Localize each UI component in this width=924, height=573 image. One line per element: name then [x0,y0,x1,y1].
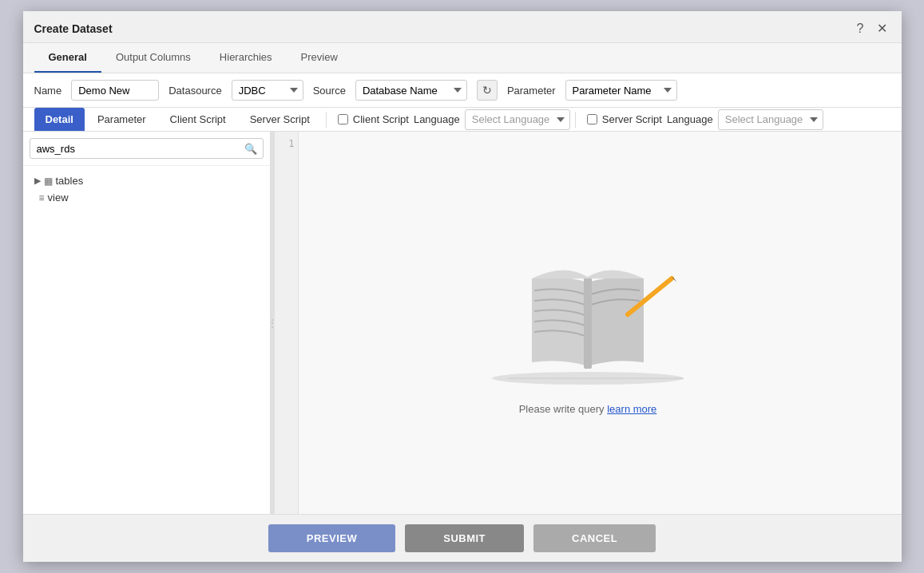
tree-item-view-label: view [48,192,69,204]
line-numbers: 1 [275,132,299,514]
dialog-title: Create Dataset [34,22,113,35]
server-script-checkbox[interactable] [587,114,597,124]
help-button[interactable]: ? [854,20,867,38]
main-content: 🔍 ▶ ▦ tables ≡ view 1 [23,132,902,514]
title-icons: ? ✕ [854,19,890,38]
cancel-button[interactable]: CANCEL [533,524,656,552]
chevron-right-icon: ▶ [34,176,41,186]
tab-general[interactable]: General [34,43,101,73]
subtabs-row: Detail Parameter Client Script Server Sc… [23,108,902,132]
server-language-select[interactable]: Select Language JavaScript Python [718,109,823,130]
close-button[interactable]: ✕ [874,19,890,38]
name-input[interactable] [71,80,159,101]
separator-2 [575,112,576,128]
name-label: Name [34,85,62,97]
parameter-label: Parameter [507,85,556,97]
client-language-label: Language [414,113,460,125]
tab-hierarchies[interactable]: Hierarchies [205,43,287,73]
table-icon: ▦ [44,176,53,187]
server-script-options: Server Script Language Select Language J… [587,109,823,130]
client-language-select[interactable]: Select Language JavaScript Python [465,109,570,130]
server-language-label: Language [667,113,713,125]
learn-more-link[interactable]: learn more [607,403,656,415]
tree-item-view[interactable]: ≡ view [31,189,262,206]
toolbar-row: Name Datasource JDBC Source Database Nam… [23,73,902,108]
line-number-1: 1 [288,138,294,149]
subtab-client-script[interactable]: Client Script [159,108,237,131]
dialog-footer: PREVIEW SUBMIT CANCEL [23,514,902,562]
query-hint: Please write query learn more [519,403,657,415]
subtab-server-script[interactable]: Server Script [239,108,321,131]
source-select[interactable]: Database Name [355,80,467,101]
parameter-select[interactable]: Parameter Name [565,80,677,101]
hint-text: Please write query [519,403,608,415]
submit-button[interactable]: SUBMIT [405,524,524,552]
view-icon: ≡ [39,192,45,204]
titlebar: Create Dataset ? ✕ [23,11,902,43]
create-dataset-dialog: Create Dataset ? ✕ General Output Column… [23,11,902,562]
search-icon: 🔍 [244,143,257,155]
illustration-area: Please write query learn more [460,231,716,415]
preview-button[interactable]: PREVIEW [268,524,395,552]
subtab-parameter[interactable]: Parameter [86,108,157,131]
tree-content: ▶ ▦ tables ≡ view [23,166,270,514]
client-script-checkbox[interactable] [338,114,348,124]
tree-item-tables[interactable]: ▶ ▦ tables [31,172,262,189]
source-label: Source [313,85,346,97]
left-panel: 🔍 ▶ ▦ tables ≡ view [23,132,271,514]
main-tabs: General Output Columns Hierarchies Previ… [23,43,902,73]
search-input[interactable] [30,138,264,159]
right-panel: 1 [275,132,902,514]
client-script-options: Client Script Language Select Language J… [338,109,570,130]
client-script-label: Client Script [353,113,409,125]
refresh-button[interactable]: ↻ [477,80,498,101]
search-box: 🔍 [23,132,270,166]
tab-output-columns[interactable]: Output Columns [101,43,205,73]
tab-preview[interactable]: Preview [287,43,352,73]
datasource-label: Datasource [169,85,221,97]
tree-item-tables-label: tables [56,175,84,187]
svg-rect-1 [584,277,592,369]
illustration-svg [460,231,716,390]
server-script-label: Server Script [602,113,662,125]
separator-1 [326,112,327,128]
datasource-select[interactable]: JDBC [232,80,303,101]
subtab-detail[interactable]: Detail [34,108,85,131]
